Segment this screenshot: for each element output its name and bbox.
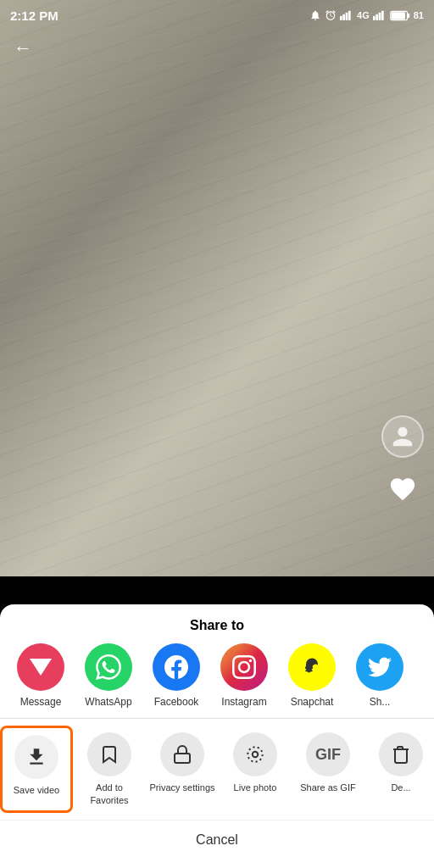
add-favorites-action[interactable]: Add to Favorites	[73, 726, 146, 813]
svg-rect-5	[376, 14, 378, 20]
app-whatsapp[interactable]: WhatsApp	[75, 643, 142, 708]
app-snapchat[interactable]: Snapchat	[278, 643, 346, 708]
svg-rect-0	[340, 16, 342, 20]
share-gif-action[interactable]: GIF Share as GIF	[292, 726, 364, 813]
svg-rect-3	[348, 11, 351, 20]
divider	[0, 718, 434, 719]
side-actions	[381, 415, 424, 510]
more-app-icon	[356, 643, 403, 691]
app-facebook[interactable]: Facebook	[142, 643, 210, 708]
app-instagram-label: Instagram	[221, 696, 266, 708]
save-video-action[interactable]: Save video	[0, 726, 73, 813]
app-snapchat-label: Snapchat	[291, 696, 334, 708]
app-whatsapp-label: WhatsApp	[85, 696, 131, 708]
privacy-settings-action[interactable]: Privacy settings	[146, 726, 219, 813]
svg-point-13	[248, 748, 262, 762]
profile-avatar[interactable]	[381, 415, 424, 458]
live-photo-action[interactable]: Live photo	[219, 726, 292, 813]
add-favorites-icon	[87, 732, 131, 776]
snapchat-icon	[288, 643, 336, 691]
bottom-sheet: Share to Message WhatsApp Facebook	[0, 604, 434, 868]
svg-rect-2	[346, 13, 348, 20]
svg-rect-11	[175, 754, 190, 763]
privacy-settings-label: Privacy settings	[149, 782, 214, 793]
privacy-settings-icon	[160, 732, 204, 776]
app-instagram[interactable]: Instagram	[210, 643, 278, 708]
svg-rect-10	[391, 12, 404, 19]
app-message[interactable]: Message	[7, 643, 75, 708]
actions-row: Save video Add to Favorites Privacy sett…	[0, 722, 434, 816]
whatsapp-icon	[85, 643, 132, 691]
delete-icon	[379, 732, 423, 776]
status-bar: 2:12 PM 4G 81	[0, 0, 434, 31]
cancel-button[interactable]: Cancel	[0, 820, 434, 861]
instagram-icon	[220, 643, 268, 691]
app-more[interactable]: Sh...	[346, 643, 414, 708]
live-photo-icon	[233, 732, 277, 776]
svg-rect-7	[381, 11, 384, 20]
app-facebook-label: Facebook	[154, 696, 199, 708]
like-button[interactable]	[381, 468, 424, 510]
apps-row: Message WhatsApp Facebook Instagram	[0, 643, 434, 715]
share-title: Share to	[0, 604, 434, 643]
svg-point-12	[253, 752, 259, 758]
add-favorites-label: Add to Favorites	[76, 782, 142, 806]
message-icon	[17, 643, 64, 691]
svg-rect-9	[407, 13, 409, 17]
back-button[interactable]: ←	[14, 37, 32, 59]
delete-action[interactable]: De...	[364, 726, 434, 813]
delete-label: De...	[391, 782, 410, 793]
app-message-label: Message	[20, 696, 62, 708]
facebook-icon	[153, 643, 200, 691]
save-video-label: Save video	[14, 784, 59, 796]
status-icons: 4G 81	[309, 9, 424, 21]
app-more-label: Sh...	[370, 696, 391, 708]
svg-rect-6	[378, 13, 381, 20]
status-time: 2:12 PM	[10, 8, 58, 23]
share-gif-icon: GIF	[306, 732, 350, 776]
svg-rect-1	[342, 14, 345, 20]
live-photo-label: Live photo	[234, 782, 277, 793]
svg-rect-4	[373, 16, 376, 20]
save-video-icon	[14, 735, 58, 779]
video-preview	[0, 0, 434, 576]
share-gif-label: Share as GIF	[300, 782, 355, 793]
